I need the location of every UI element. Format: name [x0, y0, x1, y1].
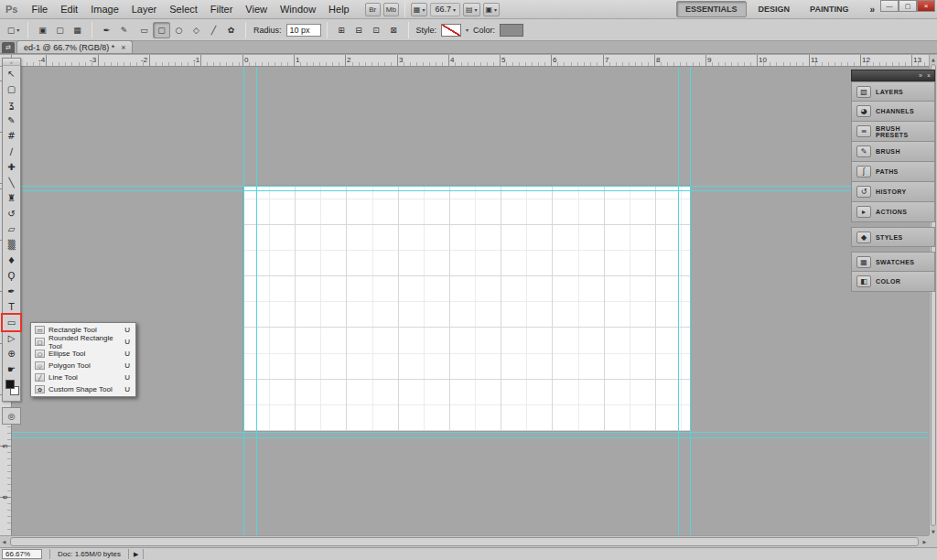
menu-item[interactable]: Select — [163, 1, 204, 17]
history-brush-tool[interactable]: ↺ — [3, 206, 20, 221]
subtract-shape-button[interactable]: ⊟ — [350, 22, 368, 38]
horizontal-scroll-thumb[interactable] — [10, 537, 919, 546]
scroll-up-icon[interactable]: ▲ — [930, 55, 937, 63]
panel-brush[interactable]: ✎ BRUSH — [851, 142, 935, 162]
brush-tool[interactable]: ╲ — [3, 175, 20, 190]
custom-shape-tool-item[interactable]: ✿ Custom Shape Tool U — [31, 383, 135, 395]
line-button[interactable]: ╱ — [205, 22, 222, 38]
screen-mode-button[interactable]: ▣ ▾ — [483, 3, 501, 16]
panel-color[interactable]: ◧ COLOR — [851, 272, 935, 292]
move-tool[interactable]: ↖ — [3, 66, 20, 81]
intersect-shape-button[interactable]: ⊡ — [368, 22, 385, 38]
add-shape-button[interactable]: ⊞ — [333, 22, 350, 38]
menu-item[interactable]: Help — [322, 1, 356, 17]
expand-panels-icon[interactable]: » — [919, 72, 922, 79]
workspace-painting[interactable]: PAINTING — [802, 2, 856, 16]
horizontal-ruler[interactable]: -4-3-2-1012345678910111213 — [12, 55, 929, 67]
custom-shape-button[interactable]: ✿ — [222, 22, 240, 38]
hand-tool[interactable]: ☛ — [3, 361, 20, 377]
status-zoom-field[interactable]: 66.67% — [2, 549, 42, 559]
paths-mode-button[interactable]: ▢ — [51, 22, 69, 38]
eyedropper-tool[interactable]: ∕ — [3, 144, 20, 159]
panel-channels[interactable]: ◕ CHANNELS — [851, 102, 935, 122]
workspace-design[interactable]: DESIGN — [750, 2, 799, 16]
rounded-rectangle-button[interactable]: ▢ — [153, 22, 170, 38]
workspace-essentials[interactable]: ESSENTIALS — [676, 1, 747, 17]
radius-input[interactable]: 10 px — [286, 24, 321, 37]
gradient-tool[interactable]: ▒ — [3, 237, 20, 253]
toolbox-grip[interactable]: « — [3, 59, 20, 66]
guide-line — [12, 186, 929, 187]
panel-layers[interactable]: ▧ LAYERS — [851, 81, 935, 102]
document-tab[interactable]: ed-1 @ 66.7% (RGB/8) * × — [16, 40, 133, 53]
menu-item[interactable]: Edit — [54, 1, 84, 17]
bridge-button[interactable]: Br — [365, 3, 381, 16]
document-canvas[interactable] — [242, 185, 691, 432]
freeform-pen-button[interactable]: ✎ — [115, 22, 133, 38]
quick-selection-tool[interactable]: ✎ — [3, 113, 20, 128]
polygon-button[interactable]: ◇ — [188, 22, 205, 38]
panel-styles[interactable]: ◆ STYLES — [851, 227, 935, 247]
style-swatch[interactable] — [441, 24, 461, 37]
pen-tool[interactable]: ✒ — [3, 284, 20, 299]
close-tab-icon[interactable]: × — [121, 43, 125, 52]
panel-actions[interactable]: ▸ ACTIONS — [851, 202, 935, 222]
mini-bridge-button[interactable]: Mb — [383, 3, 399, 16]
menu-item[interactable]: Window — [274, 1, 322, 17]
menu-item[interactable]: File — [25, 1, 54, 17]
zoom-tool[interactable]: ⊕ — [3, 346, 20, 361]
color-swatch[interactable] — [500, 24, 523, 37]
shape-layers-button[interactable]: ▣ — [34, 22, 51, 38]
scroll-down-icon[interactable]: ▼ — [930, 527, 937, 535]
menu-item[interactable]: Layer — [125, 1, 164, 17]
rectangular-marquee-tool[interactable]: ▢ — [3, 81, 20, 97]
flyout-shortcut: U — [124, 338, 132, 346]
menu-item[interactable]: Image — [84, 1, 125, 17]
rectangle-button[interactable]: ▭ — [135, 22, 153, 38]
rounded-rectangle-tool-item[interactable]: ▢ Rounded Rectangle Tool U — [31, 336, 135, 348]
combine-buttons: ⊞⊟⊡⊠ — [333, 22, 403, 38]
fill-pixels-button[interactable]: ▦ — [69, 22, 86, 38]
scroll-right-icon[interactable]: ▶ — [921, 536, 929, 547]
pen-tool-button[interactable]: ✒ — [98, 22, 115, 38]
foreground-color-swatch[interactable] — [5, 380, 15, 389]
workspace-area: -4-3-2-1012345678910111213 -2-10123456 «… — [0, 55, 937, 547]
dock-arrows-icon[interactable]: ⇄ — [2, 42, 15, 53]
path-selection-tool[interactable]: ▷ — [3, 330, 20, 346]
close-icon[interactable]: × — [927, 72, 931, 79]
dodge-tool[interactable]: Ϙ — [3, 268, 20, 284]
tool-preset-button[interactable]: ▢ ▾ — [5, 22, 22, 38]
panel-swatches[interactable]: ▦ SWATCHES — [851, 252, 935, 272]
panel-history[interactable]: ↺ HISTORY — [851, 182, 935, 202]
workspace-overflow-icon[interactable]: » — [864, 5, 880, 15]
ellipse-button[interactable]: ○ — [170, 22, 188, 38]
spot-healing-brush-tool[interactable]: ✚ — [3, 159, 20, 175]
quick-mask-button[interactable]: ◎ — [2, 407, 21, 425]
menu-item[interactable]: Filter — [204, 1, 239, 17]
horizontal-scrollbar[interactable]: ◀ ▶ — [0, 535, 929, 547]
scroll-left-icon[interactable]: ◀ — [0, 536, 8, 547]
panel-paths[interactable]: ʃ PATHS — [851, 162, 935, 182]
blur-tool[interactable]: ♦ — [3, 253, 20, 268]
zoom-level-field[interactable]: 66.7 ▾ — [430, 3, 460, 16]
menu-item[interactable]: View — [239, 1, 274, 17]
type-tool[interactable]: T — [3, 299, 20, 315]
exclude-shape-button[interactable]: ⊠ — [385, 22, 403, 38]
view-extras-button[interactable]: ▦ ▾ — [411, 3, 428, 16]
lasso-tool[interactable]: ʓ — [3, 97, 20, 113]
arrange-documents-button[interactable]: ▤ ▾ — [463, 3, 480, 16]
line-tool-item[interactable]: ╱ Line Tool U — [31, 372, 135, 383]
polygon-tool-item[interactable]: ◇ Polygon Tool U — [31, 360, 135, 372]
minimize-button[interactable]: — — [880, 0, 899, 12]
rectangle-tool[interactable]: ▭ — [3, 315, 20, 330]
clone-stamp-tool[interactable]: ♜ — [3, 190, 20, 206]
panel-brush-presets[interactable]: ≡ BRUSH PRESETS — [851, 122, 935, 142]
status-menu-arrow[interactable]: ▶ — [128, 549, 144, 559]
flyout-tool-icon: ✿ — [35, 385, 45, 393]
restore-button[interactable]: ▢ — [899, 0, 917, 12]
crop-tool[interactable]: # — [3, 128, 20, 144]
close-button[interactable]: × — [917, 0, 935, 12]
eraser-tool[interactable]: ▱ — [3, 221, 20, 237]
chevron-down-icon: ▾ — [422, 6, 425, 13]
ruler-number: -1 — [193, 56, 199, 64]
